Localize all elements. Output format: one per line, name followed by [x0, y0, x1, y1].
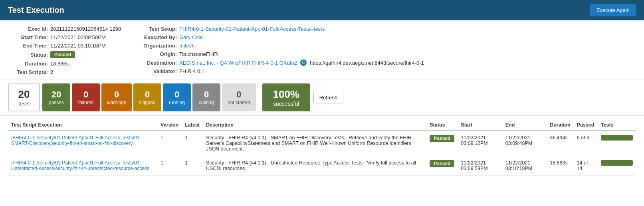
- warnings-box: 0 warnings: [101, 83, 132, 111]
- col-start: Start: [458, 120, 502, 131]
- progress-bar-fill: [601, 160, 633, 166]
- table-row: /FHIR4-0-1-Security/01-Patient-App/01-Fu…: [8, 156, 636, 176]
- test-setup-link[interactable]: FHIR4-0-1-Security-01-Patient-App-01-Ful…: [179, 26, 325, 32]
- cell-passed: 6 of 6: [574, 131, 598, 156]
- warnings-number: 0: [107, 89, 126, 100]
- running-label: running: [168, 100, 185, 105]
- executed-by-row: Executed By: Gary Cole: [137, 34, 424, 40]
- meta-section: Exec Id: 20211122150912064514 1298 Start…: [0, 20, 644, 79]
- failures-number: 0: [77, 89, 94, 100]
- table-row: /FHIR4-0-1-Security/01-Patient-App/01-Fu…: [8, 131, 636, 156]
- notstarted-number: 0: [228, 89, 250, 100]
- skipped-label: skipped: [139, 100, 156, 105]
- destination-label: Destination:: [137, 60, 177, 66]
- cell-duration: 36.494s: [547, 131, 573, 156]
- col-description: Description: [203, 120, 426, 131]
- origin-value: TouchstoneFHIR: [179, 51, 218, 57]
- passes-box: 20 passes: [42, 83, 70, 111]
- cell-version: 1: [157, 156, 182, 176]
- destination-row: Destination: AEGIS.net, Inc. - QA WildFH…: [137, 59, 424, 66]
- cell-script: /FHIR4-0-1-Security/01-Patient-App/01-Fu…: [8, 156, 157, 176]
- notstarted-label: not started: [228, 100, 250, 105]
- col-tests: Tests: [598, 120, 636, 131]
- duration-value: 18.866s: [50, 61, 69, 67]
- exec-id-row: Exec Id: 20211122150912064514 1298: [8, 26, 121, 32]
- cell-latest: 1: [182, 156, 203, 176]
- start-time-label: Start Time:: [8, 34, 48, 40]
- cell-latest: 1: [182, 131, 203, 156]
- status-row: Status: Passed: [8, 51, 121, 58]
- waiting-number: 0: [198, 89, 215, 100]
- passes-label: passes: [48, 100, 65, 105]
- progress-bar-container: [601, 135, 633, 141]
- test-scripts-label: Test Scripts:: [8, 69, 48, 75]
- table-header-row: Test Script Execution Version Latest Des…: [8, 120, 636, 131]
- script-link[interactable]: /FHIR4-0-1-Security/01-Patient-App/01-Fu…: [11, 160, 149, 171]
- total-tests-label: tests: [16, 101, 32, 107]
- destination-badge: C: [300, 59, 307, 66]
- cell-end: 11/22/2021 03:10:18PM: [502, 156, 547, 176]
- end-time-label: End Time:: [8, 43, 48, 49]
- exec-id-value: 20211122150912064514 1298: [50, 26, 121, 32]
- failures-label: failures: [77, 100, 94, 105]
- executed-by-link[interactable]: Gary Cole: [179, 34, 203, 40]
- exec-id-label: Exec Id:: [8, 26, 48, 32]
- running-number: 0: [168, 89, 185, 100]
- status-label: Status:: [8, 52, 48, 58]
- destination-url: https://qafhir4.dev.aegis.net:8443/secur…: [310, 60, 424, 66]
- validator-label: Validator:: [137, 68, 177, 74]
- test-setup-row: Test Setup: FHIR4-0-1-Security-01-Patien…: [137, 26, 424, 32]
- col-status: Status: [426, 120, 458, 131]
- total-tests-number: 20: [16, 88, 32, 101]
- end-time-value: 11/22/2021 03:10:18PM: [50, 43, 106, 49]
- results-table: Test Script Execution Version Latest Des…: [8, 120, 636, 176]
- executed-by-label: Executed By:: [137, 34, 177, 40]
- cell-version: 1: [157, 131, 182, 156]
- execute-again-button[interactable]: Execute Again: [590, 4, 636, 16]
- organization-label: Organization:: [137, 43, 177, 49]
- table-section: Test Script Execution Version Latest Des…: [0, 120, 644, 184]
- cell-end: 11/22/2021 03:09:48PM: [502, 131, 547, 156]
- waiting-box: 0 waiting: [192, 83, 220, 111]
- col-script: Test Script Execution: [8, 120, 157, 131]
- progress-bar-fill: [601, 135, 633, 141]
- meta-left: Exec Id: 20211122150912064514 1298 Start…: [8, 26, 121, 75]
- status-badge: Passed: [430, 135, 454, 142]
- end-time-row: End Time: 11/22/2021 03:10:18PM: [8, 43, 121, 49]
- stats-section: 20 tests 20 passes 0 failures 0 warnings…: [0, 79, 644, 116]
- validator-row: Validator: FHIR 4.0.1: [137, 68, 424, 74]
- test-scripts-row: Test Scripts: 2: [8, 69, 121, 75]
- cell-tests: [598, 156, 636, 176]
- success-label: successful: [270, 101, 302, 107]
- validator-value: FHIR 4.0.1: [179, 68, 204, 74]
- passes-number: 20: [48, 89, 65, 100]
- total-tests-box: 20 tests: [8, 83, 40, 111]
- cell-tests: [598, 131, 636, 156]
- test-scripts-value: 2: [50, 69, 53, 75]
- stat-boxes: 20 passes 0 failures 0 warnings 0 skippe…: [42, 83, 256, 111]
- notstarted-box: 0 not started: [222, 83, 256, 111]
- cell-start: 11/22/2021 03:09:59PM: [458, 156, 502, 176]
- col-latest: Latest: [182, 120, 203, 131]
- page-title: Test Execution: [8, 6, 64, 15]
- progress-bar-container: [601, 160, 633, 166]
- header-bar: Test Execution Execute Again: [0, 0, 644, 20]
- success-pct: 100%: [270, 88, 302, 101]
- success-box: 100% successful: [262, 83, 310, 111]
- organization-link[interactable]: Initech: [179, 43, 194, 49]
- waiting-label: waiting: [198, 100, 215, 105]
- duration-label: Duration:: [8, 61, 48, 67]
- col-end: End: [502, 120, 547, 131]
- origin-row: Origin: TouchstoneFHIR: [137, 51, 424, 57]
- skipped-box: 0 skipped: [133, 83, 161, 111]
- refresh-button[interactable]: Refresh: [313, 92, 344, 103]
- failures-box: 0 failures: [72, 83, 100, 111]
- cell-description: Security - FHIR R4 (v4.0.1) - SMART on F…: [203, 131, 426, 156]
- destination-link[interactable]: AEGIS.net, Inc. - QA WildFHIR FHIR-4-0-1…: [179, 60, 297, 66]
- status-badge: Passed: [430, 160, 454, 167]
- script-link[interactable]: /FHIR4-0-1-Security/01-Patient-App/01-Fu…: [11, 135, 141, 146]
- warnings-label: warnings: [107, 100, 126, 105]
- cell-status: Passed: [426, 156, 458, 176]
- duration-row: Duration: 18.866s: [8, 61, 121, 67]
- origin-label: Origin:: [137, 51, 177, 57]
